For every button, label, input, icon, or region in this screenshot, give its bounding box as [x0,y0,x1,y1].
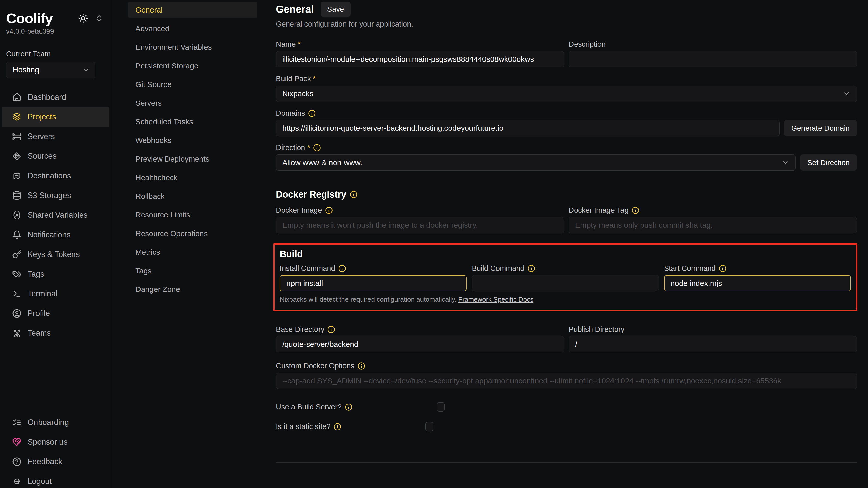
sidebar-item-label: Sponsor us [28,437,68,447]
sidebar-item-label: Dashboard [28,93,66,102]
build-server-checkbox[interactable] [437,402,445,412]
subnav-item-general[interactable]: General [128,2,257,18]
description-label: Description [569,40,606,49]
sidebar-item-label: Sources [28,152,57,161]
base-directory-label: Base Directory [276,325,324,334]
start-command-input[interactable] [664,275,851,291]
subnav-item-tags[interactable]: Tags [128,263,257,279]
info-icon [358,362,365,370]
name-field-group: Name* [276,40,564,67]
subnav-item-scheduled-tasks[interactable]: Scheduled Tasks [128,114,257,130]
docker-image-tag-input[interactable] [569,217,857,233]
name-input[interactable] [276,51,564,67]
install-command-input[interactable] [280,275,467,291]
build-title: Build [280,249,303,260]
sidebar-item-sponsor[interactable]: Sponsor us [2,432,109,452]
direction-select[interactable]: Allow www & non-www. [276,154,796,171]
sidebar-item-label: Logout [28,477,52,486]
subnav-item-label: Danger Zone [135,285,180,294]
custom-docker-options-input[interactable] [276,373,857,389]
sidebar-item-tags[interactable]: Tags [2,264,109,284]
build-pack-select[interactable]: Nixpacks [276,86,857,102]
git-source-icon [12,152,22,161]
sidebar-item-servers[interactable]: Servers [2,126,109,146]
sidebar-item-s3-storages[interactable]: S3 Storages [2,185,109,205]
subnav-item-persistent-storage[interactable]: Persistent Storage [128,58,257,74]
sidebar-item-sources[interactable]: Sources [2,146,109,166]
subnav-item-label: Tags [135,266,152,275]
base-directory-input[interactable] [276,336,564,352]
sidebar-item-label: Keys & Tokens [28,250,80,259]
framework-docs-link[interactable]: Framework Specific Docs [458,295,533,303]
publish-directory-input[interactable] [569,336,857,352]
database-icon [12,191,22,200]
build-command-input[interactable] [472,275,659,291]
set-direction-button[interactable]: Set Direction [800,154,857,171]
build-server-label: Use a Build Server? [276,403,342,411]
sidebar-item-destinations[interactable]: Destinations [2,166,109,185]
subnav-item-label: Persistent Storage [135,61,198,70]
sidebar-item-logout[interactable]: Logout [2,471,109,488]
sidebar-item-label: Shared Variables [28,210,88,220]
save-button[interactable]: Save [320,2,351,17]
subnav-item-metrics[interactable]: Metrics [128,244,257,260]
info-icon [528,265,535,272]
build-section-highlight: Build Install Command Build Command Star… [273,243,857,311]
current-team-label: Current Team [0,50,111,58]
sidebar-item-terminal[interactable]: Terminal [2,284,109,304]
sidebar-collapse-icon[interactable] [95,14,103,23]
sidebar-item-teams[interactable]: Teams [2,323,109,343]
docker-image-input[interactable] [276,217,564,233]
info-icon [719,265,726,272]
domains-label: Domains [276,109,305,117]
subnav-item-resource-operations[interactable]: Resource Operations [128,226,257,241]
subnav-item-advanced[interactable]: Advanced [128,21,257,36]
sidebar-item-keys-tokens[interactable]: Keys & Tokens [2,245,109,264]
subnav-item-healthcheck[interactable]: Healthcheck [128,170,257,185]
subnav-item-webhooks[interactable]: Webhooks [128,133,257,148]
terminal-icon [12,289,22,298]
sidebar-item-profile[interactable]: Profile [2,304,109,323]
domains-input[interactable] [276,120,779,136]
info-icon [308,110,316,117]
help-circle-icon [12,457,22,466]
theme-toggle-sun-icon[interactable] [78,13,88,24]
sidebar-item-notifications[interactable]: Notifications [2,225,109,245]
team-select[interactable]: Hosting [6,62,95,78]
sidebar-item-feedback[interactable]: Feedback [2,452,109,471]
logout-icon [12,477,22,486]
subnav-item-environment-variables[interactable]: Environment Variables [128,39,257,55]
docker-image-label: Docker Image [276,206,322,214]
domains-field-group: Domains Generate Domain [276,109,857,136]
info-icon [631,206,639,214]
app-version: v4.0.0-beta.399 [0,28,111,35]
key-icon [12,250,22,259]
sidebar-item-dashboard[interactable]: Dashboard [2,87,109,107]
sidebar-item-label: Projects [28,112,56,121]
info-icon [325,206,333,214]
subnav-item-resource-limits[interactable]: Resource Limits [128,207,257,223]
chevron-down-icon [781,159,789,166]
subnav-item-preview-deployments[interactable]: Preview Deployments [128,151,257,167]
sidebar: Coolify v4.0.0-beta.399 Current Team Hos… [0,0,112,488]
subnav-item-git-source[interactable]: Git Source [128,77,257,92]
generate-domain-button[interactable]: Generate Domain [784,120,857,136]
chevron-down-icon [82,66,90,74]
static-site-checkbox[interactable] [425,422,433,431]
build-pack-label: Build Pack [276,75,311,83]
home-icon [12,93,22,102]
subnav-item-servers[interactable]: Servers [128,95,257,111]
description-input[interactable] [569,51,857,67]
subnav-item-danger-zone[interactable]: Danger Zone [128,282,257,297]
sidebar-item-projects[interactable]: Projects [2,107,109,126]
subnav-item-label: Resource Operations [135,229,208,238]
subnav-item-rollback[interactable]: Rollback [128,189,257,204]
sidebar-item-onboarding[interactable]: Onboarding [2,412,109,432]
sidebar-item-label: Servers [28,132,55,141]
section-divider [276,462,857,463]
docker-image-tag-field-group: Docker Image Tag [569,206,857,233]
sidebar-item-shared-variables[interactable]: Shared Variables [2,205,109,225]
app-root: Coolify v4.0.0-beta.399 Current Team Hos… [0,0,868,488]
variable-icon [12,210,22,220]
required-mark: * [313,75,316,83]
